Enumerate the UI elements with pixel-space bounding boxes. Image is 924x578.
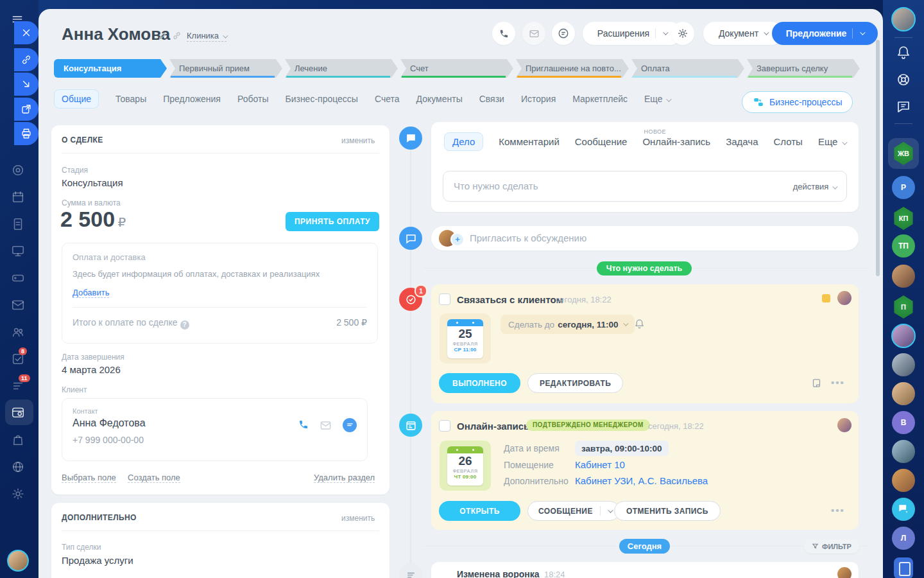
- bell-icon[interactable]: [896, 45, 911, 60]
- composer-tab-task[interactable]: Задача: [726, 136, 758, 147]
- create-field-link[interactable]: Создать поле: [128, 473, 180, 483]
- composer-tab-comment[interactable]: Комментарий: [499, 136, 559, 147]
- print-icon[interactable]: [14, 122, 38, 145]
- chat-avatar-photo[interactable]: [891, 7, 916, 31]
- help-icon[interactable]: ?: [180, 320, 189, 329]
- pipeline-select[interactable]: Клиника: [187, 31, 227, 42]
- task-menu-dots[interactable]: •••: [831, 377, 845, 388]
- filter-button[interactable]: ФИЛЬТР: [804, 539, 859, 554]
- chat-avatar-photo[interactable]: [892, 353, 915, 376]
- business-processes-button[interactable]: Бизнес-процессы: [742, 91, 853, 113]
- link-icon[interactable]: [14, 48, 38, 71]
- record-message-button[interactable]: СООБЩЕНИЕ: [527, 501, 620, 521]
- delete-section-link[interactable]: Удалить раздел: [314, 473, 375, 483]
- tab-invoices[interactable]: Счета: [375, 94, 400, 104]
- arrow-icon[interactable]: [14, 73, 38, 96]
- composer-tab-online-record[interactable]: НОВОЕ Онлайн-запись: [642, 136, 710, 147]
- settings-button[interactable]: [671, 22, 694, 45]
- chat-avatar-15[interactable]: В: [892, 411, 915, 434]
- document-button[interactable]: Документ: [703, 22, 783, 45]
- task-title[interactable]: Связаться с клиентом: [457, 294, 563, 305]
- chat-avatar-photo[interactable]: [891, 324, 916, 348]
- stage-tab[interactable]: Оплата: [631, 59, 744, 78]
- tab-offers[interactable]: Предложения: [163, 94, 221, 104]
- record-menu-dots[interactable]: •••: [831, 505, 845, 516]
- record-room-link[interactable]: Кабинет 10: [575, 459, 625, 470]
- contact-email-icon[interactable]: [320, 419, 332, 434]
- external-icon[interactable]: [14, 98, 38, 121]
- deal-edit-link[interactable]: изменить: [341, 136, 375, 145]
- sidebar-item-sites[interactable]: [11, 460, 25, 474]
- tab-marketplace[interactable]: Маркетплейс: [572, 94, 628, 104]
- support-icon[interactable]: [896, 72, 911, 87]
- tab-robots[interactable]: Роботы: [237, 94, 268, 104]
- extensions-button[interactable]: Расширения: [583, 22, 681, 45]
- messenger-icon[interactable]: [896, 99, 911, 114]
- stage-tab[interactable]: Первичный прием: [169, 59, 282, 78]
- avatar[interactable]: [837, 418, 851, 432]
- composer-tab-slots[interactable]: Слоты: [773, 136, 802, 147]
- task-deadline-dropdown[interactable]: Сделать до сегодня, 11:00: [501, 315, 635, 334]
- sticker-icon[interactable]: [822, 294, 830, 302]
- task-done-button[interactable]: ВЫПОЛНЕНО: [439, 373, 520, 393]
- chat-avatar-photo[interactable]: [892, 265, 915, 288]
- payment-add-link[interactable]: Добавить: [73, 288, 109, 298]
- tab-more[interactable]: Еще: [644, 94, 670, 104]
- tab-history[interactable]: История: [521, 94, 556, 104]
- note-icon[interactable]: [811, 378, 822, 391]
- invite-bar[interactable]: + Пригласить к обсуждению: [431, 226, 859, 250]
- sidebar-item-booking[interactable]: [11, 405, 25, 419]
- chat-avatar-photo[interactable]: [892, 382, 915, 405]
- sidebar-item-board[interactable]: [11, 244, 25, 258]
- composer-tab-deal[interactable]: Дело: [444, 132, 483, 151]
- stage-tab[interactable]: Завершить сделку: [747, 59, 860, 78]
- record-extra-link[interactable]: Кабинет УЗИ, А.С. Васильева: [575, 475, 708, 486]
- sidebar-item-users[interactable]: [11, 325, 25, 339]
- sidebar-item-tasks[interactable]: 8: [11, 352, 25, 366]
- scrollbar-thumb[interactable]: [876, 40, 880, 276]
- user-avatar[interactable]: [7, 550, 29, 572]
- chat-avatar-19[interactable]: Л: [892, 527, 915, 550]
- accept-payment-button[interactable]: ПРИНЯТЬ ОПЛАТУ: [286, 212, 379, 231]
- tab-links[interactable]: Связи: [479, 94, 504, 104]
- avatar[interactable]: [837, 567, 851, 578]
- close-icon[interactable]: [14, 21, 38, 44]
- stage-tab[interactable]: Приглашение на повто...: [516, 59, 629, 78]
- contact-chat-icon[interactable]: [343, 418, 357, 432]
- sidebar-item-drive[interactable]: [11, 271, 25, 285]
- composer-tab-message[interactable]: Сообщение: [575, 136, 628, 147]
- reminder-bell-icon[interactable]: [634, 319, 645, 332]
- today-pill[interactable]: Сегодня: [619, 539, 670, 554]
- chat-avatar-7[interactable]: Р: [892, 176, 915, 199]
- avatar[interactable]: [837, 291, 851, 305]
- copy-link-icon[interactable]: [172, 31, 182, 43]
- stage-tab[interactable]: Лечение: [285, 59, 398, 78]
- contact-name[interactable]: Анна Федотова: [73, 417, 146, 429]
- app-shortcut[interactable]: [894, 557, 913, 578]
- select-field-link[interactable]: Выбрать поле: [62, 473, 116, 483]
- actions-dropdown[interactable]: действия: [793, 182, 836, 191]
- tab-documents[interactable]: Документы: [416, 94, 463, 104]
- email-button[interactable]: [522, 22, 545, 45]
- sidebar-item-mail[interactable]: [11, 298, 25, 312]
- sidebar-item-calendar[interactable]: [11, 190, 25, 204]
- task-edit-button[interactable]: РЕДАКТИРОВАТЬ: [527, 373, 623, 393]
- record-title[interactable]: Онлайн-запись: [457, 421, 529, 432]
- tab-general[interactable]: Общие: [54, 89, 99, 109]
- record-open-button[interactable]: ОТКРЫТЬ: [439, 501, 520, 521]
- sidebar-item-market[interactable]: [11, 433, 25, 447]
- record-cancel-button[interactable]: ОТМЕНИТЬ ЗАПИСЬ: [614, 501, 721, 521]
- composer-input[interactable]: Что нужно сделать действия: [443, 171, 847, 202]
- stage-tab[interactable]: Консультация: [54, 59, 167, 78]
- sidebar-item-feed[interactable]: 11: [11, 379, 25, 393]
- chat-avatar-photo[interactable]: [892, 440, 915, 463]
- chat-avatar-9[interactable]: ТП: [892, 234, 915, 258]
- task-checkbox[interactable]: [439, 293, 450, 305]
- sidebar-item-settings[interactable]: [11, 487, 25, 501]
- invite-plus-icon[interactable]: +: [450, 232, 465, 247]
- call-button[interactable]: [492, 22, 515, 45]
- sidebar-item-doc[interactable]: [11, 217, 25, 231]
- contact-call-icon[interactable]: [298, 419, 309, 433]
- messenger-button[interactable]: [552, 22, 575, 45]
- stage-tab[interactable]: Счет: [400, 59, 513, 78]
